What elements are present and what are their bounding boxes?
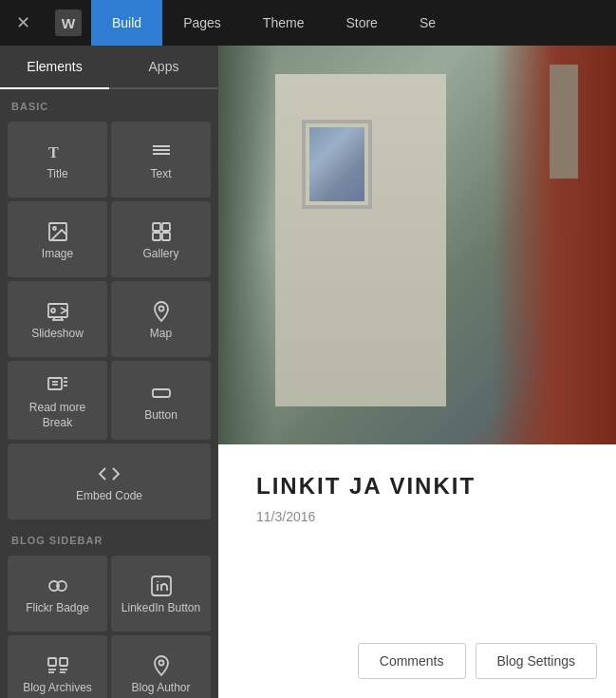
- svg-point-7: [53, 227, 56, 230]
- svg-rect-16: [48, 378, 62, 389]
- svg-point-34: [159, 661, 163, 666]
- element-title-label: Title: [47, 167, 67, 182]
- tab-se[interactable]: Se: [399, 0, 457, 46]
- element-blog-author-label: Blog Author: [131, 681, 190, 696]
- hero-image-inner: [218, 46, 616, 444]
- element-map-label: Map: [150, 327, 172, 342]
- weebly-logo: W: [46, 0, 91, 46]
- element-linkedin-button[interactable]: LinkedIn Button: [111, 556, 211, 632]
- element-text-label: Text: [150, 167, 171, 182]
- svg-rect-22: [153, 389, 170, 397]
- tab-store[interactable]: Store: [325, 0, 398, 46]
- blog-sidebar-elements-grid: Flickr Badge LinkedIn Button Blog Archiv…: [0, 552, 218, 698]
- element-image[interactable]: Image: [8, 201, 107, 277]
- svg-rect-29: [60, 658, 67, 666]
- element-linkedin-button-label: LinkedIn Button: [121, 601, 200, 616]
- svg-point-15: [159, 307, 163, 311]
- svg-rect-9: [162, 223, 170, 231]
- svg-text:T: T: [48, 144, 59, 160]
- element-gallery[interactable]: Gallery: [111, 201, 211, 277]
- blog-post-date: 11/3/2016: [256, 509, 578, 524]
- element-blog-author[interactable]: Blog Author: [111, 635, 211, 698]
- element-read-more-break-label: Read more Break: [15, 401, 100, 430]
- element-gallery-label: Gallery: [142, 247, 178, 262]
- comments-button[interactable]: Comments: [358, 643, 466, 679]
- element-embed-code[interactable]: Embed Code: [8, 443, 211, 519]
- element-embed-code-label: Embed Code: [76, 489, 142, 504]
- element-blog-archives-label: Blog Archives: [23, 681, 92, 696]
- section-label-basic: BASIC: [0, 89, 218, 118]
- element-flickr-badge-label: Flickr Badge: [26, 601, 89, 616]
- section-label-blog-sidebar: BLOG SIDEBAR: [0, 523, 218, 552]
- svg-rect-8: [153, 223, 160, 231]
- bottom-buttons: Comments Blog Settings: [358, 643, 597, 679]
- tab-build[interactable]: Build: [91, 0, 162, 46]
- svg-point-14: [51, 309, 55, 312]
- element-image-label: Image: [42, 247, 73, 262]
- hero-image: [218, 46, 616, 444]
- svg-rect-11: [162, 233, 170, 240]
- blog-post-title: LINKIT JA VINKIT: [256, 473, 578, 500]
- main-layout: Elements Apps BASIC T Title Text Image: [0, 46, 616, 698]
- element-title[interactable]: T Title: [8, 122, 107, 198]
- element-slideshow-label: Slideshow: [31, 327, 84, 342]
- blog-post-area: LINKIT JA VINKIT 11/3/2016 Comments Blog…: [218, 444, 616, 698]
- nav-tabs: Build Pages Theme Store Se: [91, 0, 616, 46]
- element-map[interactable]: Map: [111, 281, 211, 357]
- tab-theme[interactable]: Theme: [242, 0, 326, 46]
- close-button[interactable]: ✕: [0, 0, 46, 46]
- blog-settings-button[interactable]: Blog Settings: [476, 643, 598, 679]
- svg-rect-10: [153, 233, 160, 240]
- element-button[interactable]: Button: [111, 361, 211, 440]
- element-blog-archives[interactable]: Blog Archives: [8, 635, 107, 698]
- svg-rect-28: [48, 658, 56, 666]
- sidebar-tabs: Elements Apps: [0, 46, 218, 89]
- top-nav-bar: ✕ W Build Pages Theme Store Se: [0, 0, 616, 46]
- element-read-more-break[interactable]: Read more Break: [8, 361, 107, 440]
- basic-elements-grid: T Title Text Image Gal: [0, 118, 218, 523]
- element-flickr-badge[interactable]: Flickr Badge: [8, 556, 107, 632]
- tab-pages[interactable]: Pages: [162, 0, 242, 46]
- blog-post-content: LINKIT JA VINKIT 11/3/2016: [218, 444, 616, 543]
- svg-text:W: W: [62, 15, 76, 31]
- element-button-label: Button: [144, 408, 177, 424]
- sidebar: Elements Apps BASIC T Title Text Image: [0, 46, 218, 698]
- sidebar-tab-apps[interactable]: Apps: [109, 46, 218, 87]
- element-slideshow[interactable]: Slideshow: [8, 281, 107, 357]
- element-text[interactable]: Text: [111, 122, 211, 198]
- content-area: LINKIT JA VINKIT 11/3/2016 Comments Blog…: [218, 46, 616, 698]
- sidebar-tab-elements[interactable]: Elements: [0, 46, 109, 89]
